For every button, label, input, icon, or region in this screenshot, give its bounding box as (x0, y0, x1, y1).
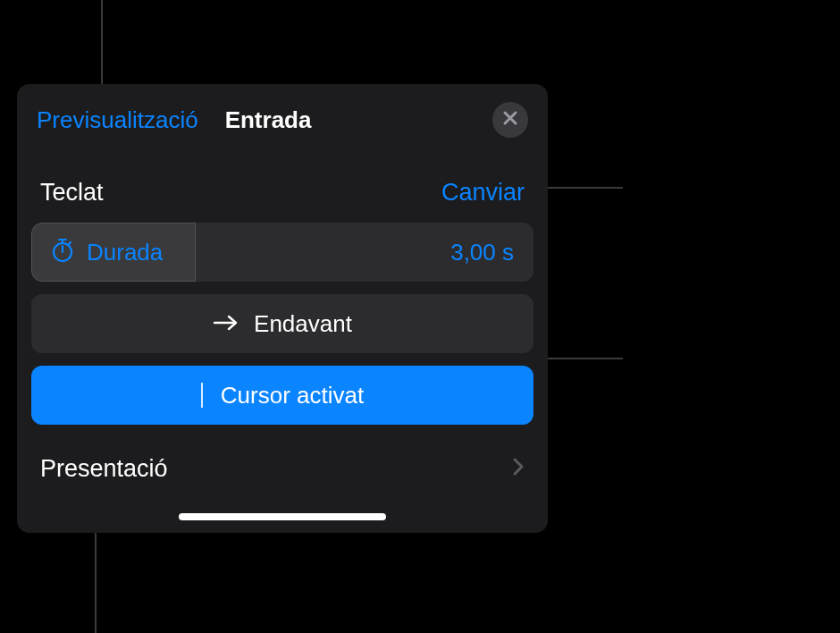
callout-line (95, 533, 97, 633)
direction-row[interactable]: Endavant (31, 294, 533, 353)
home-indicator[interactable] (179, 513, 386, 520)
stopwatch-icon (51, 237, 74, 268)
preview-button[interactable]: Previsualització (37, 106, 198, 134)
svg-line-6 (69, 242, 71, 244)
canvas: Previsualització Entrada Teclat Canviar (0, 0, 840, 633)
text-cursor-icon (201, 383, 203, 408)
panel-header: Previsualització Entrada (17, 84, 548, 148)
duration-label: Durada (87, 239, 163, 266)
presentation-label: Presentació (40, 455, 168, 483)
cursor-active-label: Cursor activat (221, 382, 364, 409)
panel-title: Entrada (225, 106, 312, 134)
callout-line (548, 358, 623, 359)
change-effect-button[interactable]: Canviar (441, 179, 525, 207)
callout-line (101, 0, 103, 84)
cursor-active-row[interactable]: Cursor activat (31, 366, 533, 425)
direction-label: Endavant (254, 310, 352, 338)
options-group: Durada 3,00 s Endavant Cursor activat (17, 223, 548, 425)
effect-section-row: Teclat Canviar (17, 148, 548, 223)
duration-row[interactable]: Durada 3,00 s (31, 223, 533, 282)
chevron-right-icon (512, 455, 525, 483)
close-button[interactable] (492, 102, 528, 138)
effect-name-label: Teclat (40, 179, 104, 207)
callout-line (548, 187, 623, 189)
arrow-right-icon (213, 310, 239, 338)
duration-value: 3,00 s (450, 239, 514, 266)
settings-panel: Previsualització Entrada Teclat Canviar (17, 84, 548, 533)
close-icon (502, 110, 518, 130)
presentation-row[interactable]: Presentació (17, 437, 548, 483)
